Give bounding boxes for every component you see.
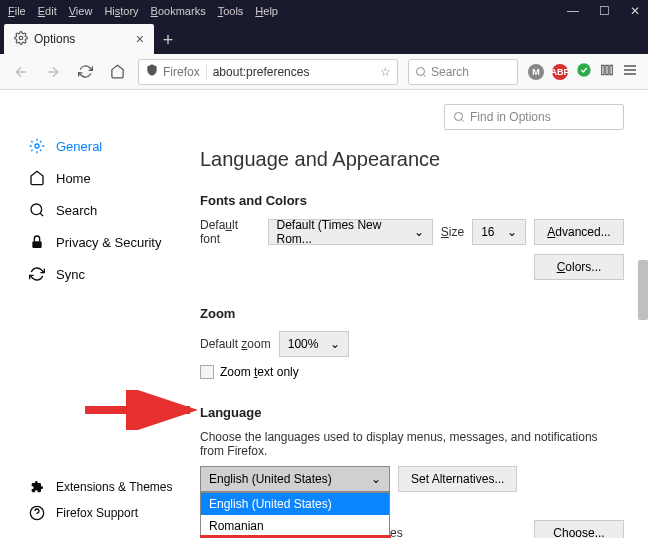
scrollbar-thumb[interactable] [638,260,648,320]
set-alternatives-button[interactable]: Set Alternatives... [398,466,517,492]
sidebar-item-general[interactable]: General [28,130,200,162]
svg-point-10 [455,113,463,121]
menu-bookmarks[interactable]: Bookmarks [151,5,206,17]
toolbar: Firefox about:preferences ☆ Search M ABP [0,54,648,90]
toolbar-library-icon[interactable] [600,63,614,81]
menubar: File Edit View History Bookmarks Tools H… [0,0,648,22]
sidebar-extensions[interactable]: Extensions & Themes [28,474,173,500]
language-select[interactable]: English (United States) ⌄ English (Unite… [200,466,390,492]
language-option-ro[interactable]: Romanian [201,515,389,537]
page-heading: Language and Appearance [200,148,624,171]
lock-icon [28,234,46,250]
search-icon [453,111,465,123]
svg-point-0 [19,36,23,40]
search-bar[interactable]: Search [408,59,518,85]
tab-options[interactable]: Options × [4,24,154,54]
choose-button[interactable]: Choose... [534,520,624,538]
default-font-label: Default font [200,218,260,246]
menu-history[interactable]: History [104,5,138,17]
colors-button[interactable]: Colors... [534,254,624,280]
toolbar-badge-abp[interactable]: ABP [552,64,568,80]
reload-button[interactable] [74,61,96,83]
home-button[interactable] [106,61,128,83]
menu-tools[interactable]: Tools [218,5,244,17]
svg-rect-4 [606,65,608,74]
sidebar: General Home Search Privacy & Security S… [0,90,200,538]
default-zoom-label: Default zoom [200,337,271,351]
toolbar-badge-m[interactable]: M [528,64,544,80]
chevron-down-icon: ⌄ [507,225,517,239]
menu-view[interactable]: View [69,5,93,17]
new-tab-button[interactable]: + [154,26,182,54]
url-bar[interactable]: Firefox about:preferences ☆ [138,59,398,85]
advanced-button[interactable]: Advanced... [534,219,624,245]
url-separator [206,64,207,80]
svg-point-2 [577,63,590,76]
font-size-label: Size [441,225,464,239]
back-button[interactable] [10,61,32,83]
svg-point-1 [417,67,425,75]
language-option-en[interactable]: English (United States) [201,493,389,515]
search-icon [28,202,46,218]
sync-icon [28,266,46,282]
sidebar-item-home[interactable]: Home [28,162,200,194]
bookmark-star-icon[interactable]: ☆ [380,65,391,79]
sidebar-support[interactable]: Firefox Support [28,500,173,526]
checkbox-icon [200,365,214,379]
default-font-select[interactable]: Default (Times New Rom... ⌄ [268,219,433,245]
gear-icon [28,138,46,154]
zoom-text-only-checkbox[interactable]: Zoom text only [200,365,624,379]
close-window-icon[interactable]: ✕ [630,4,640,18]
sidebar-item-privacy[interactable]: Privacy & Security [28,226,200,258]
language-section: Language Choose the languages used to di… [200,405,624,538]
font-size-select[interactable]: 16 ⌄ [472,219,526,245]
menu-help[interactable]: Help [255,5,278,17]
chevron-down-icon: ⌄ [371,472,381,486]
puzzle-icon [28,479,46,495]
menu-file[interactable]: File [8,5,26,17]
home-icon [28,170,46,186]
main-panel: Find in Options Language and Appearance … [200,90,648,538]
language-heading: Language [200,405,624,420]
hamburger-menu-icon[interactable] [622,62,638,82]
tab-label: Options [34,32,136,46]
fonts-heading: Fonts and Colors [200,193,624,208]
sidebar-item-sync[interactable]: Sync [28,258,200,290]
url-engine: Firefox [163,65,200,79]
gear-icon [14,31,28,48]
zoom-section: Zoom Default zoom 100% ⌄ Zoom text only [200,306,624,379]
language-desc: Choose the languages used to display men… [200,430,624,458]
default-zoom-select[interactable]: 100% ⌄ [279,331,349,357]
question-icon [28,505,46,521]
language-dropdown-list: English (United States) Romanian Search … [200,492,390,538]
search-icon [415,66,427,78]
firefox-shield-icon [145,63,159,80]
menu-edit[interactable]: Edit [38,5,57,17]
tab-bar: Options × + [0,22,648,54]
chevron-down-icon: ⌄ [414,225,424,239]
minimize-icon[interactable]: — [567,4,579,18]
svg-point-7 [31,204,42,215]
fonts-section: Fonts and Colors Default font Default (T… [200,193,624,280]
find-in-options[interactable]: Find in Options [444,104,624,130]
url-text: about:preferences [213,65,380,79]
svg-rect-3 [602,65,604,74]
svg-rect-5 [610,65,612,74]
sidebar-item-search[interactable]: Search [28,194,200,226]
toolbar-check-icon[interactable] [576,62,592,82]
svg-rect-8 [32,241,41,248]
forward-button[interactable] [42,61,64,83]
content-area: General Home Search Privacy & Security S… [0,90,648,538]
zoom-heading: Zoom [200,306,624,321]
chevron-down-icon: ⌄ [330,337,340,351]
svg-point-6 [35,144,39,148]
annotation-arrow [80,390,200,430]
close-tab-icon[interactable]: × [136,31,144,47]
maximize-icon[interactable]: ☐ [599,4,610,18]
